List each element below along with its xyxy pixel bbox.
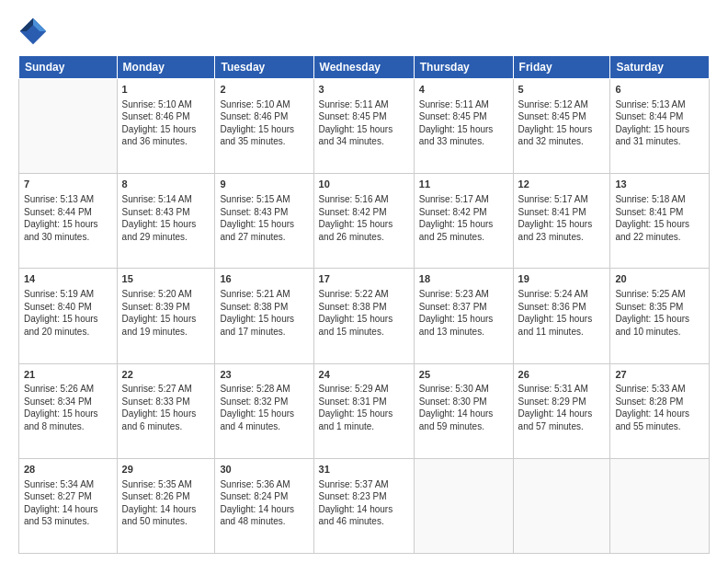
calendar-cell: 8Sunrise: 5:14 AM Sunset: 8:43 PM Daylig… — [117, 174, 215, 269]
calendar-cell — [610, 458, 710, 553]
calendar-cell: 4Sunrise: 5:11 AM Sunset: 8:45 PM Daylig… — [414, 79, 513, 174]
day-number: 20 — [615, 272, 704, 286]
calendar-cell: 12Sunrise: 5:17 AM Sunset: 8:41 PM Dayli… — [513, 174, 610, 269]
weekday-header-thursday: Thursday — [414, 56, 513, 79]
calendar-cell: 21Sunrise: 5:26 AM Sunset: 8:34 PM Dayli… — [19, 363, 118, 458]
day-info: Sunrise: 5:28 AM Sunset: 8:32 PM Dayligh… — [220, 383, 308, 432]
day-number: 1 — [122, 83, 210, 97]
day-number: 27 — [615, 368, 704, 382]
calendar-cell: 24Sunrise: 5:29 AM Sunset: 8:31 PM Dayli… — [313, 363, 414, 458]
day-number: 5 — [518, 83, 606, 97]
day-number: 10 — [319, 178, 409, 191]
weekday-header-sunday: Sunday — [19, 56, 118, 79]
day-info: Sunrise: 5:29 AM Sunset: 8:31 PM Dayligh… — [319, 383, 409, 432]
calendar-cell: 19Sunrise: 5:24 AM Sunset: 8:36 PM Dayli… — [513, 269, 610, 363]
calendar-cell — [513, 458, 610, 553]
day-number: 13 — [615, 178, 704, 191]
day-number: 25 — [419, 368, 508, 382]
day-info: Sunrise: 5:14 AM Sunset: 8:43 PM Dayligh… — [122, 193, 210, 243]
header — [18, 17, 710, 46]
calendar-cell: 14Sunrise: 5:19 AM Sunset: 8:40 PM Dayli… — [19, 269, 118, 363]
calendar-cell — [19, 79, 118, 174]
week-row-4: 21Sunrise: 5:26 AM Sunset: 8:34 PM Dayli… — [19, 363, 710, 458]
day-info: Sunrise: 5:10 AM Sunset: 8:46 PM Dayligh… — [220, 98, 308, 148]
day-number: 28 — [24, 463, 112, 477]
calendar-cell: 5Sunrise: 5:12 AM Sunset: 8:45 PM Daylig… — [513, 79, 610, 174]
day-info: Sunrise: 5:30 AM Sunset: 8:30 PM Dayligh… — [419, 383, 508, 432]
day-info: Sunrise: 5:31 AM Sunset: 8:29 PM Dayligh… — [518, 383, 606, 432]
day-number: 8 — [122, 178, 210, 191]
week-row-2: 7Sunrise: 5:13 AM Sunset: 8:44 PM Daylig… — [19, 174, 710, 269]
day-number: 7 — [24, 178, 112, 191]
day-info: Sunrise: 5:12 AM Sunset: 8:45 PM Dayligh… — [518, 98, 606, 148]
weekday-header-wednesday: Wednesday — [313, 56, 414, 79]
day-number: 11 — [419, 178, 508, 191]
calendar-table: SundayMondayTuesdayWednesdayThursdayFrid… — [18, 55, 710, 554]
calendar-cell: 18Sunrise: 5:23 AM Sunset: 8:37 PM Dayli… — [414, 269, 513, 363]
day-info: Sunrise: 5:18 AM Sunset: 8:41 PM Dayligh… — [615, 193, 704, 243]
day-number: 2 — [220, 83, 308, 97]
day-info: Sunrise: 5:17 AM Sunset: 8:41 PM Dayligh… — [518, 193, 606, 243]
day-info: Sunrise: 5:11 AM Sunset: 8:45 PM Dayligh… — [319, 98, 409, 148]
day-info: Sunrise: 5:16 AM Sunset: 8:42 PM Dayligh… — [319, 193, 409, 243]
day-number: 24 — [319, 368, 409, 382]
day-info: Sunrise: 5:17 AM Sunset: 8:42 PM Dayligh… — [419, 193, 508, 243]
calendar-cell: 31Sunrise: 5:37 AM Sunset: 8:23 PM Dayli… — [313, 458, 414, 553]
day-number: 3 — [319, 83, 409, 97]
day-number: 23 — [220, 368, 308, 382]
calendar-cell: 1Sunrise: 5:10 AM Sunset: 8:46 PM Daylig… — [117, 79, 215, 174]
calendar-cell: 27Sunrise: 5:33 AM Sunset: 8:28 PM Dayli… — [610, 363, 710, 458]
day-info: Sunrise: 5:24 AM Sunset: 8:36 PM Dayligh… — [518, 288, 606, 338]
day-info: Sunrise: 5:36 AM Sunset: 8:24 PM Dayligh… — [220, 478, 308, 528]
weekday-header-monday: Monday — [117, 56, 215, 79]
day-number: 14 — [24, 272, 112, 286]
week-row-3: 14Sunrise: 5:19 AM Sunset: 8:40 PM Dayli… — [19, 269, 710, 363]
weekday-header-tuesday: Tuesday — [215, 56, 313, 79]
day-info: Sunrise: 5:27 AM Sunset: 8:33 PM Dayligh… — [122, 383, 210, 432]
calendar-cell: 3Sunrise: 5:11 AM Sunset: 8:45 PM Daylig… — [313, 79, 414, 174]
day-number: 16 — [220, 272, 308, 286]
day-number: 22 — [122, 368, 210, 382]
day-number: 21 — [24, 368, 112, 382]
calendar-cell: 20Sunrise: 5:25 AM Sunset: 8:35 PM Dayli… — [610, 269, 710, 363]
day-info: Sunrise: 5:15 AM Sunset: 8:43 PM Dayligh… — [220, 193, 308, 243]
calendar-cell — [414, 458, 513, 553]
weekday-header-saturday: Saturday — [610, 56, 710, 79]
day-number: 31 — [319, 463, 409, 477]
logo — [18, 17, 51, 46]
calendar-cell: 10Sunrise: 5:16 AM Sunset: 8:42 PM Dayli… — [313, 174, 414, 269]
day-info: Sunrise: 5:11 AM Sunset: 8:45 PM Dayligh… — [419, 98, 508, 148]
calendar-cell: 22Sunrise: 5:27 AM Sunset: 8:33 PM Dayli… — [117, 363, 215, 458]
day-number: 19 — [518, 272, 606, 286]
day-info: Sunrise: 5:21 AM Sunset: 8:38 PM Dayligh… — [220, 288, 308, 338]
week-row-5: 28Sunrise: 5:34 AM Sunset: 8:27 PM Dayli… — [19, 458, 710, 553]
calendar-cell: 25Sunrise: 5:30 AM Sunset: 8:30 PM Dayli… — [414, 363, 513, 458]
weekday-header-friday: Friday — [513, 56, 610, 79]
calendar-header-row: SundayMondayTuesdayWednesdayThursdayFrid… — [19, 56, 710, 79]
day-number: 9 — [220, 178, 308, 191]
calendar-cell: 16Sunrise: 5:21 AM Sunset: 8:38 PM Dayli… — [215, 269, 313, 363]
calendar-cell: 23Sunrise: 5:28 AM Sunset: 8:32 PM Dayli… — [215, 363, 313, 458]
day-info: Sunrise: 5:35 AM Sunset: 8:26 PM Dayligh… — [122, 478, 210, 528]
day-info: Sunrise: 5:34 AM Sunset: 8:27 PM Dayligh… — [24, 478, 112, 528]
calendar-cell: 30Sunrise: 5:36 AM Sunset: 8:24 PM Dayli… — [215, 458, 313, 553]
calendar-cell: 29Sunrise: 5:35 AM Sunset: 8:26 PM Dayli… — [117, 458, 215, 553]
day-info: Sunrise: 5:33 AM Sunset: 8:28 PM Dayligh… — [615, 383, 704, 432]
day-info: Sunrise: 5:22 AM Sunset: 8:38 PM Dayligh… — [319, 288, 409, 338]
day-info: Sunrise: 5:19 AM Sunset: 8:40 PM Dayligh… — [24, 288, 112, 338]
day-info: Sunrise: 5:13 AM Sunset: 8:44 PM Dayligh… — [24, 193, 112, 243]
week-row-1: 1Sunrise: 5:10 AM Sunset: 8:46 PM Daylig… — [19, 79, 710, 174]
day-info: Sunrise: 5:37 AM Sunset: 8:23 PM Dayligh… — [319, 478, 409, 528]
day-number: 15 — [122, 272, 210, 286]
logo-icon — [18, 17, 48, 46]
calendar-cell: 2Sunrise: 5:10 AM Sunset: 8:46 PM Daylig… — [215, 79, 313, 174]
page: SundayMondayTuesdayWednesdayThursdayFrid… — [0, 0, 728, 563]
day-info: Sunrise: 5:10 AM Sunset: 8:46 PM Dayligh… — [122, 98, 210, 148]
day-info: Sunrise: 5:13 AM Sunset: 8:44 PM Dayligh… — [615, 98, 704, 148]
day-number: 17 — [319, 272, 409, 286]
calendar-cell: 9Sunrise: 5:15 AM Sunset: 8:43 PM Daylig… — [215, 174, 313, 269]
day-info: Sunrise: 5:20 AM Sunset: 8:39 PM Dayligh… — [122, 288, 210, 338]
day-number: 29 — [122, 463, 210, 477]
day-number: 6 — [615, 83, 704, 97]
day-info: Sunrise: 5:26 AM Sunset: 8:34 PM Dayligh… — [24, 383, 112, 432]
